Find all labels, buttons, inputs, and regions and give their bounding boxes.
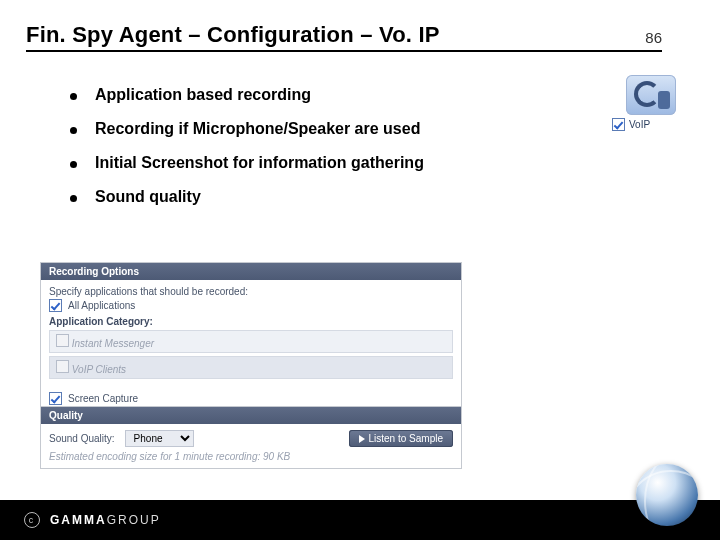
header: Fin. Spy Agent – Configuration – Vo. IP … — [26, 22, 662, 52]
all-applications-label: All Applications — [68, 300, 135, 311]
page-number: 86 — [645, 29, 662, 46]
checkbox-checked-icon — [49, 392, 62, 405]
voip-checkbox-row: VoIP — [612, 118, 690, 131]
globe-logo-icon — [636, 464, 698, 526]
bullet-item: Recording if Microphone/Speaker are used — [70, 120, 550, 138]
recording-options-panel: Recording Options Specify applications t… — [40, 262, 462, 425]
encoding-note: Estimated encoding size for 1 minute rec… — [49, 451, 453, 462]
panel-body: Specify applications that should be reco… — [41, 280, 461, 424]
panel-body: Sound Quality: Phone Listen to Sample Es… — [41, 424, 461, 468]
listen-sample-label: Listen to Sample — [369, 433, 444, 444]
bullet-text: Sound quality — [95, 188, 201, 206]
voip-icon — [626, 75, 676, 115]
bullet-item: Application based recording — [70, 86, 550, 104]
checkbox-checked-icon — [49, 299, 62, 312]
spec-line: Specify applications that should be reco… — [49, 286, 453, 297]
sound-quality-select[interactable]: Phone — [125, 430, 194, 447]
bullet-dot-icon — [70, 161, 77, 168]
all-applications-row: All Applications — [49, 299, 453, 312]
slide-title: Fin. Spy Agent – Configuration – Vo. IP — [26, 22, 440, 48]
slide: Fin. Spy Agent – Configuration – Vo. IP … — [0, 0, 720, 540]
voip-label-text: VoIP — [629, 119, 650, 130]
play-icon — [359, 435, 365, 443]
quality-panel: Quality Sound Quality: Phone Listen to S… — [40, 406, 462, 469]
brand-strong: GAMMA — [50, 513, 107, 527]
bullet-text: Application based recording — [95, 86, 311, 104]
screen-capture-row: Screen Capture — [49, 392, 453, 405]
bullet-item: Sound quality — [70, 188, 550, 206]
bullet-list: Application based recording Recording if… — [30, 86, 550, 222]
category-row: Instant Messenger — [49, 330, 453, 353]
bullet-text: Initial Screenshot for information gathe… — [95, 154, 424, 172]
copyright-icon: c — [24, 512, 40, 528]
checkbox-checked-icon — [612, 118, 625, 131]
application-category-label: Application Category: — [49, 316, 453, 327]
quality-row: Sound Quality: Phone Listen to Sample — [49, 430, 453, 447]
spacer — [49, 382, 453, 390]
bullet-dot-icon — [70, 195, 77, 202]
footer: c GAMMAGROUP — [0, 500, 720, 540]
screen-capture-label: Screen Capture — [68, 393, 138, 404]
panel-header: Recording Options — [41, 263, 461, 280]
category-row: VoIP Clients — [49, 356, 453, 379]
checkbox-unchecked-icon — [56, 334, 69, 347]
bullet-dot-icon — [70, 127, 77, 134]
checkbox-unchecked-icon — [56, 360, 69, 373]
voip-badge: VoIP — [612, 75, 690, 131]
category-label: VoIP Clients — [72, 364, 126, 375]
bullet-item: Initial Screenshot for information gathe… — [70, 154, 550, 172]
brand-light: GROUP — [107, 513, 161, 527]
category-label: Instant Messenger — [72, 338, 154, 349]
sound-quality-label: Sound Quality: — [49, 433, 115, 444]
listen-sample-button[interactable]: Listen to Sample — [349, 430, 454, 447]
bullet-dot-icon — [70, 93, 77, 100]
bullet-text: Recording if Microphone/Speaker are used — [95, 120, 420, 138]
panel-header: Quality — [41, 407, 461, 424]
brand-name: GAMMAGROUP — [50, 513, 161, 527]
